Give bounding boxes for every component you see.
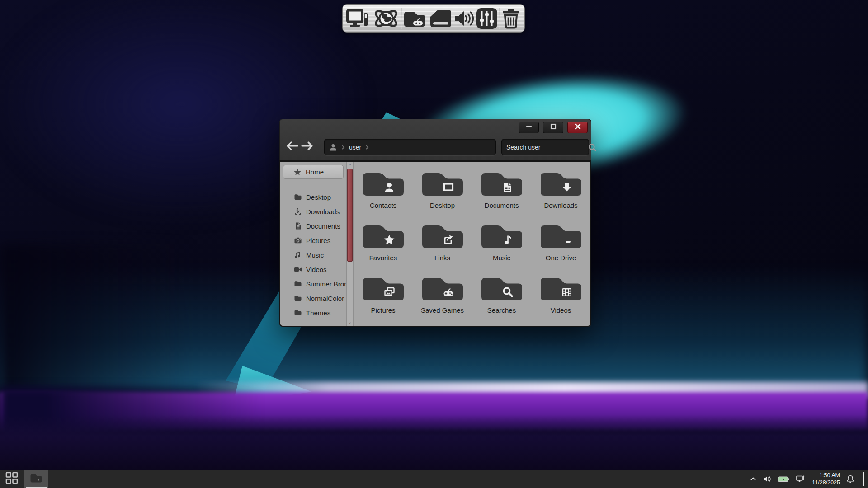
download-icon [294, 207, 302, 216]
sidebar-divider [288, 185, 341, 185]
folder-note-icon [479, 242, 524, 250]
folder-dash-icon [538, 242, 584, 250]
sidebar-item-documents[interactable]: Documents [280, 219, 346, 233]
user-profile-icon [329, 143, 337, 151]
folder-grid: ContactsDesktopDocumentsDownloadsFavorit… [354, 162, 590, 326]
folder-tile-desktop[interactable]: Desktop [415, 170, 471, 223]
clock-date: 11/28/2025 [812, 479, 840, 487]
folder-search-icon [479, 295, 524, 302]
wallpaper-cyan-triangle [233, 361, 312, 404]
sidebar-item-pictures[interactable]: Pictures [280, 233, 346, 248]
sidebar-item-label: Downloads [306, 208, 340, 216]
dock-item-trash[interactable] [501, 8, 521, 29]
explorer-content: HomeDesktopDownloadsDocumentsPicturesMus… [279, 160, 591, 327]
folder-tile-contacts[interactable]: Contacts [355, 170, 411, 223]
sidebar-item-summer-bronze[interactable]: Summer Bronze [280, 277, 346, 291]
scrollbar-up-arrow[interactable]: ⌃ [347, 162, 353, 169]
dock-item-disk-drive[interactable] [428, 9, 453, 28]
clock-time: 1:50 AM [812, 472, 840, 479]
sidebar-item-desktop[interactable]: Desktop [280, 190, 346, 204]
wallpaper-purple-band [0, 392, 868, 430]
folder-icon [294, 309, 302, 317]
dock-item-speaker[interactable] [454, 9, 474, 28]
dock-item-globe-network[interactable] [373, 7, 400, 30]
folder-label: Music [474, 254, 530, 262]
window-controls [519, 122, 588, 133]
window-titlebar: user [279, 119, 591, 160]
disk-drive-icon [428, 9, 453, 28]
tray-battery-icon[interactable] [778, 476, 789, 482]
sidebar-item-home[interactable]: Home [283, 165, 344, 179]
dock-item-computer[interactable] [346, 9, 371, 28]
folder-doc-icon [479, 190, 524, 197]
sidebar-item-videos[interactable]: Videos [280, 262, 346, 277]
back-button[interactable] [285, 141, 299, 153]
search-input[interactable] [506, 144, 588, 151]
folder-tile-videos[interactable]: Videos [533, 275, 589, 327]
forward-button[interactable] [301, 141, 314, 153]
folder-label: Favorites [355, 254, 411, 262]
dock-item-mixer[interactable] [476, 8, 498, 29]
scrollbar-thumb[interactable] [347, 169, 353, 262]
maximize-button[interactable] [543, 122, 563, 133]
explorer-sidebar: HomeDesktopDownloadsDocumentsPicturesMus… [280, 162, 346, 326]
folder-label: Saved Games [415, 306, 471, 314]
explorer-toolbar: user [280, 137, 591, 157]
scrollbar-down-arrow[interactable]: ⌄ [347, 319, 353, 325]
sidebar-item-themes[interactable]: Themes [280, 305, 346, 320]
minimize-icon [525, 123, 533, 132]
document-icon [294, 222, 302, 230]
taskbar-clock[interactable]: 1:50 AM 11/28/2025 [812, 472, 840, 487]
folder-tile-saved-games[interactable]: Saved Games [415, 275, 471, 327]
dock-group [403, 8, 498, 29]
show-desktop-button[interactable] [863, 472, 864, 486]
sidebar-item-label: NormalColor [306, 295, 344, 302]
mixer-icon [476, 8, 498, 29]
video-icon [294, 265, 302, 273]
wallpaper-left-shadow [0, 244, 194, 407]
tray-volume-icon[interactable] [763, 476, 771, 482]
folder-tile-downloads[interactable]: Downloads [533, 170, 589, 223]
start-grid-icon [5, 471, 19, 487]
tray-display-pen-icon[interactable] [796, 475, 805, 483]
minimize-button[interactable] [519, 122, 539, 133]
breadcrumb-segment-user[interactable]: user [349, 144, 361, 151]
folder-label: Contacts [355, 202, 411, 209]
sidebar-item-label: Pictures [306, 237, 330, 244]
folder-icon [294, 193, 302, 201]
music-icon [294, 251, 302, 259]
tray-chevron-up-icon[interactable] [750, 477, 756, 481]
sidebar-item-music[interactable]: Music [280, 248, 346, 262]
globe-network-icon [373, 7, 400, 30]
folder-icon [294, 280, 302, 288]
sidebar-item-label: Home [306, 168, 324, 176]
sidebar-item-label: Desktop [306, 193, 331, 201]
taskbar-file-explorer-button[interactable] [24, 470, 48, 488]
folder-task-icon [30, 473, 42, 485]
dock-item-folder-games[interactable] [403, 9, 426, 28]
dock-separator [499, 8, 500, 29]
folder-tile-searches[interactable]: Searches [474, 275, 530, 327]
folder-tile-favorites[interactable]: Favorites [355, 223, 411, 275]
dock-group [346, 7, 400, 30]
folder-tile-music[interactable]: Music [474, 223, 530, 275]
notifications-bell-icon[interactable] [847, 475, 854, 483]
sidebar-item-normalcolor[interactable]: NormalColor [280, 291, 346, 305]
close-icon [574, 123, 581, 132]
folder-tile-documents[interactable]: Documents [474, 170, 530, 223]
start-button[interactable] [0, 470, 24, 488]
folder-label: One Drive [533, 254, 589, 262]
breadcrumb-chevron-icon [365, 145, 369, 150]
folder-icon [294, 294, 302, 302]
folder-person-icon [361, 190, 406, 197]
close-button[interactable] [567, 122, 588, 133]
folder-tile-pictures[interactable]: Pictures [355, 275, 411, 327]
sidebar-item-downloads[interactable]: Downloads [280, 204, 346, 219]
folder-star-icon [361, 242, 406, 250]
address-bar[interactable]: user [324, 139, 496, 155]
back-arrow-icon [286, 141, 298, 153]
folder-tile-one-drive[interactable]: One Drive [533, 223, 589, 275]
trash-icon [501, 8, 521, 29]
folder-tile-links[interactable]: Links [415, 223, 471, 275]
folder-photos-icon [361, 295, 406, 302]
